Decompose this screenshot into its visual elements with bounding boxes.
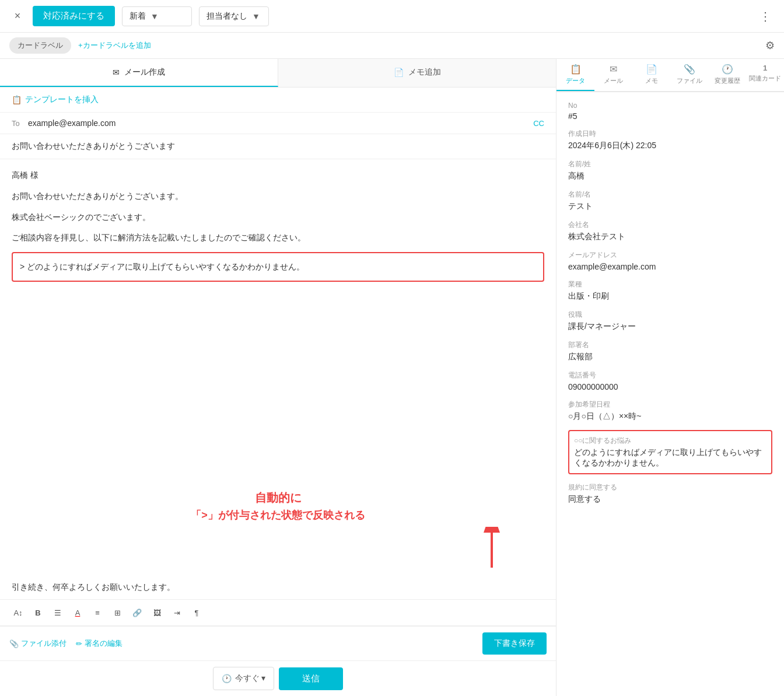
field-agree: 規約に同意する 同意する <box>568 482 772 505</box>
field-role: 役職 課長/マネージャー <box>568 310 772 332</box>
right-tab-bar: 📋 データ ✉ メール 📄 メモ 📎 ファイル 🕐 変更履歴 <box>556 59 784 92</box>
tab-bar: ✉ メール作成 📄 メモ追加 <box>0 59 556 88</box>
memo-tab-icon: 📄 <box>646 64 657 75</box>
field-concern-highlighted: ○○に関するお悩み どのようにすればメディアに取り上げてもらいやすくなるかわかり… <box>568 430 772 474</box>
save-draft-button[interactable]: 下書き保存 <box>482 632 547 655</box>
close-button[interactable]: × <box>9 8 26 25</box>
field-company: 会社名 株式会社テスト <box>568 220 772 242</box>
font-size-button[interactable]: A↕ <box>9 604 27 621</box>
card-label-tag: カードラベル <box>9 37 71 54</box>
memo-icon: 📄 <box>394 68 404 77</box>
top-bar: × 対応済みにする 新着 ▼ 担当者なし ▼ ⋮ <box>0 0 784 33</box>
field-phone: 電話番号 09000000000 <box>568 370 772 391</box>
field-email: メールアドレス example@example.com <box>568 250 772 271</box>
to-value[interactable]: example@example.com <box>28 118 528 128</box>
dropdown-arrow-icon: ▼ <box>150 12 159 21</box>
salutation-text: 高橋 様 <box>12 169 544 183</box>
schedule-send-button[interactable]: 🕐 今すぐ ▾ <box>213 667 275 690</box>
cc-button[interactable]: CC <box>533 119 544 128</box>
bold-button[interactable]: B <box>29 604 47 621</box>
email-body[interactable]: 高橋 様 お問い合わせいただきありがとうございます。 株式会社ベーシックのでござ… <box>0 159 556 490</box>
email-footer: 📎 ファイル添付 ✏ 署名の編集 下書き保存 <box>0 626 556 660</box>
data-tab-icon: 📋 <box>570 64 582 75</box>
editor-toolbar: A↕ B ☰ A ≡ ⊞ 🔗 🖼 ⇥ ¶ <box>0 599 556 626</box>
field-last-name: 名前/姓 高橋 <box>568 159 772 181</box>
field-created-at: 作成日時 2024年6月6日(木) 22:05 <box>568 129 772 151</box>
template-insert-button[interactable]: 📋 テンプレートを挿入 <box>0 88 556 113</box>
mail-icon: ✉ <box>113 68 120 77</box>
quoted-text-block: > どのようにすればメディアに取り上げてもらいやすくなるかわかりません。 <box>12 252 544 281</box>
annotation-area: 自動的に 「>」が付与された状態で反映される <box>0 490 556 576</box>
subject-field[interactable]: お問い合わせいただきありがとうございます <box>0 134 556 159</box>
edit-signature-button[interactable]: ✏ 署名の編集 <box>76 638 123 649</box>
tab-memo-add[interactable]: 📄 メモ追加 <box>278 59 556 87</box>
right-tab-mail[interactable]: ✉ メール <box>594 59 632 91</box>
assignee-dropdown[interactable]: 担当者なし ▼ <box>199 6 269 26</box>
text-color-button[interactable]: A <box>69 604 86 621</box>
main-content: ✉ メール作成 📄 メモ追加 📋 テンプレートを挿入 To example@ex… <box>0 59 784 696</box>
body-paragraph-2: 株式会社ベーシックのでございます。 <box>12 211 544 225</box>
related-tab-icon: 1 <box>763 64 767 72</box>
right-tab-file[interactable]: 📎 ファイル <box>670 59 708 91</box>
template-icon: 📋 <box>12 95 22 104</box>
left-panel: ✉ メール作成 📄 メモ追加 📋 テンプレートを挿入 To example@ex… <box>0 59 556 696</box>
align-button[interactable]: ≡ <box>89 604 106 621</box>
right-panel: 📋 データ ✉ メール 📄 メモ 📎 ファイル 🕐 変更履歴 <box>556 59 784 696</box>
send-row: 🕐 今すぐ ▾ 送信 <box>0 660 556 696</box>
edit-icon: ✏ <box>76 639 82 648</box>
body-paragraph-3: ご相談内容を拝見し、以下に解消方法を記載いたしましたのでご確認ください。 <box>12 231 544 245</box>
field-industry: 業種 出版・印刷 <box>568 279 772 302</box>
footer-left: 📎 ファイル添付 ✏ 署名の編集 <box>9 638 123 649</box>
field-desired-date: 参加希望日程 ○月○日（△）××時~ <box>568 400 772 422</box>
body-paragraph-1: お問い合わせいただきありがとうございます。 <box>12 190 544 204</box>
data-section: No #5 作成日時 2024年6月6日(木) 22:05 名前/姓 高橋 名前… <box>556 92 784 522</box>
label-bar: カードラベル +カードラベルを追加 ⚙ <box>0 33 784 59</box>
right-tab-history[interactable]: 🕐 変更履歴 <box>708 59 746 91</box>
tab-mail-compose[interactable]: ✉ メール作成 <box>0 59 278 87</box>
right-tab-data[interactable]: 📋 データ <box>556 59 594 91</box>
to-label: To <box>12 119 23 128</box>
settings-icon[interactable]: ⚙ <box>765 39 775 52</box>
paragraph-button[interactable]: ¶ <box>188 604 205 621</box>
send-button[interactable]: 送信 <box>279 667 343 690</box>
red-arrow-icon <box>474 527 509 573</box>
add-label-button[interactable]: +カードラベルを追加 <box>78 40 151 51</box>
attach-file-button[interactable]: 📎 ファイル添付 <box>9 638 66 649</box>
table-button[interactable]: ⊞ <box>108 604 126 621</box>
field-no: No #5 <box>568 102 772 121</box>
attach-icon: 📎 <box>9 639 19 648</box>
annotation-auto-text: 自動的に <box>12 490 544 506</box>
annotation-sub-text: 「>」が付与された状態で反映される <box>12 508 544 522</box>
status-button[interactable]: 対応済みにする <box>33 6 115 26</box>
right-tab-related[interactable]: 1 関連カード <box>746 59 784 91</box>
field-first-name: 名前/名 テスト <box>568 190 772 212</box>
closing-text: 引き続き、何卒よろしくお願いいたします。 <box>0 580 556 594</box>
link-button[interactable]: 🔗 <box>128 604 146 621</box>
indent-button[interactable]: ⇥ <box>168 604 186 621</box>
list-button[interactable]: ☰ <box>49 604 66 621</box>
dropdown-arrow-icon: ▼ <box>252 12 260 21</box>
to-field: To example@example.com CC <box>0 113 556 134</box>
clock-icon: 🕐 <box>222 674 232 683</box>
right-tab-memo[interactable]: 📄 メモ <box>632 59 670 91</box>
file-tab-icon: 📎 <box>684 64 695 75</box>
image-button[interactable]: 🖼 <box>148 604 166 621</box>
mail-tab-icon: ✉ <box>610 64 617 75</box>
field-dept: 部署名 広報部 <box>568 340 772 362</box>
history-tab-icon: 🕐 <box>722 64 733 75</box>
more-button[interactable]: ⋮ <box>756 7 775 26</box>
status-dropdown[interactable]: 新着 ▼ <box>122 6 192 26</box>
